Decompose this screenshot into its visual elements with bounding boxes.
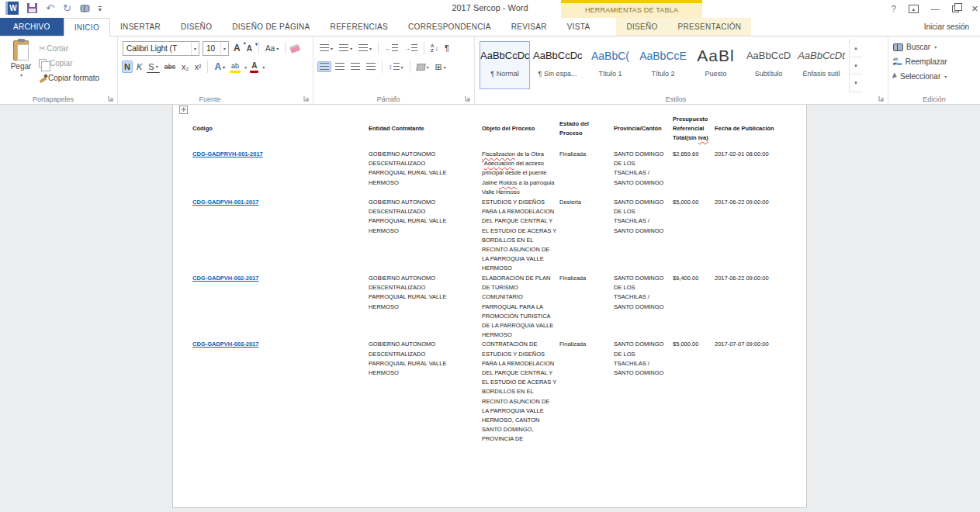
close-icon[interactable]: ✕ xyxy=(971,5,978,13)
table-header-cell: Fecha de Publicación xyxy=(715,124,797,133)
replace-button[interactable]: ab⇄ac Reemplazar xyxy=(893,55,977,67)
italic-button[interactable]: K xyxy=(135,61,144,72)
style-chip[interactable]: AaBbCcE Título 2 xyxy=(638,41,688,89)
align-right-button[interactable] xyxy=(349,62,362,71)
ribbon-display-options-icon[interactable]: ▴ xyxy=(909,5,919,13)
style-chip[interactable]: AaBbCcDc ¶ Normal xyxy=(480,41,530,89)
font-color-button[interactable]: A xyxy=(250,61,258,73)
increase-indent-button[interactable]: → xyxy=(403,43,419,53)
ribbon-tabs: ARCHIVO INICIO INSERTARDISEÑODISEÑO DE P… xyxy=(0,18,980,36)
save-icon[interactable] xyxy=(27,3,37,13)
ribbon-tab[interactable]: DISEÑO DE PÁGINA xyxy=(222,18,320,36)
styles-dialog-launcher-icon[interactable] xyxy=(878,95,885,102)
numbering-caret-icon[interactable]: ▾ xyxy=(350,46,352,51)
shrink-font-button[interactable]: A▾ xyxy=(245,43,254,54)
contextual-tab[interactable]: DISEÑO xyxy=(616,18,667,36)
word-logo-icon[interactable]: W xyxy=(5,2,19,15)
document-page[interactable]: ✛ CódigoEntidad ContratanteObjeto del Pr… xyxy=(172,105,807,508)
find-button[interactable]: Buscar ▾ xyxy=(893,40,977,53)
style-chip[interactable]: AaBbCcD Subtítulo xyxy=(743,41,794,89)
font-size-caret-icon[interactable]: ▾ xyxy=(220,42,228,55)
align-left-button[interactable] xyxy=(318,62,331,71)
ribbon-tab[interactable]: CORRESPONDENCIA xyxy=(398,18,501,36)
copy-button[interactable]: Copiar xyxy=(37,57,101,69)
cell-presupuesto: $2,659.69 xyxy=(673,150,715,159)
shading-caret-icon[interactable]: ▾ xyxy=(427,64,429,70)
text-effects-button[interactable]: A▾ xyxy=(213,61,227,73)
highlight-caret-icon[interactable]: ▾ xyxy=(244,64,247,70)
change-case-button[interactable]: Aa▾ xyxy=(264,43,280,54)
ribbon-tab[interactable]: REFERENCIAS xyxy=(320,18,398,36)
codigo-link[interactable]: CDG-GADPVH-001-2017 xyxy=(192,199,258,206)
ribbon-tab[interactable]: DISEÑO xyxy=(171,18,222,36)
sort-button[interactable]: AZ ↓ xyxy=(429,43,440,54)
clipboard-dialog-launcher-icon[interactable] xyxy=(108,95,115,102)
customize-qat-icon[interactable]: ▾ xyxy=(99,6,102,13)
cell-entidad: GOBIERNO AUTONOMO DESCENTRALIZADO PARROQ… xyxy=(369,150,482,188)
grow-font-button[interactable]: A▴ xyxy=(232,42,242,54)
codigo-link[interactable]: CDG-GADPVH-002-2017 xyxy=(192,275,258,282)
tab-inicio-active[interactable]: INICIO xyxy=(64,18,110,36)
line-spacing-button[interactable]: ↕▾ xyxy=(387,62,405,71)
ribbon-tab[interactable]: INSERTAR xyxy=(110,18,171,36)
borders-button[interactable]: ⊞▾ xyxy=(434,61,448,73)
font-dialog-launcher-icon[interactable] xyxy=(303,95,310,102)
find-icon[interactable] xyxy=(80,5,89,11)
superscript-button[interactable]: x² xyxy=(193,62,203,72)
redo-icon[interactable]: ↻ xyxy=(63,3,71,13)
bullets-button[interactable]: ▾ xyxy=(318,43,334,53)
find-caret-icon[interactable]: ▾ xyxy=(934,44,937,50)
styles-scroll-up-icon[interactable]: ▲ xyxy=(850,40,862,57)
paste-caret-icon[interactable]: ▾ xyxy=(20,72,23,78)
justify-button[interactable] xyxy=(365,62,377,71)
ribbon-tab[interactable]: VISTA xyxy=(557,18,601,36)
clear-formatting-icon[interactable] xyxy=(289,43,300,54)
cell-estado: Finalizada xyxy=(559,150,614,159)
codigo-link[interactable]: CDG-GADPRVH-001-2017 xyxy=(192,150,263,157)
strikethrough-button[interactable]: abc xyxy=(163,62,178,71)
styles-scroll-down-icon[interactable]: ▼ xyxy=(850,57,862,75)
font-family-select[interactable]: Calibri Light (T ▾ xyxy=(123,41,199,56)
decrease-indent-button[interactable]: ← xyxy=(383,43,400,53)
help-icon[interactable]: ? xyxy=(892,5,896,13)
style-chip[interactable]: AaBl Puesto xyxy=(691,41,741,89)
show-marks-button[interactable]: ¶ xyxy=(443,43,451,54)
sign-in-link[interactable]: Iniciar sesión xyxy=(924,18,980,36)
ribbon-tab[interactable]: REVISAR xyxy=(501,18,557,36)
tab-archivo[interactable]: ARCHIVO xyxy=(0,18,64,36)
line-spacing-caret-icon[interactable]: ▾ xyxy=(401,64,403,70)
minimize-icon[interactable]: — xyxy=(931,5,940,13)
font-color-caret-icon[interactable]: ▾ xyxy=(262,64,265,70)
style-chip[interactable]: AaBbCcDc ¶ Sin espa... xyxy=(532,41,583,89)
table-move-handle-icon[interactable]: ✛ xyxy=(179,106,188,114)
align-center-button[interactable] xyxy=(334,62,346,71)
borders-caret-icon[interactable]: ▾ xyxy=(444,64,446,70)
format-painter-button[interactable]: Copiar formato xyxy=(37,71,101,84)
restore-icon[interactable] xyxy=(952,5,959,12)
styles-more-icon[interactable]: ▼ xyxy=(850,74,862,92)
underline-caret-icon[interactable]: ▾ xyxy=(156,64,158,69)
undo-icon[interactable]: ↶ xyxy=(46,3,54,13)
highlight-button[interactable]: ab xyxy=(230,61,241,73)
text-effects-caret-icon[interactable]: ▾ xyxy=(223,64,225,70)
style-chip[interactable]: AaBbC( Título 1 xyxy=(585,41,635,89)
numbering-button[interactable]: ▾ xyxy=(338,43,354,53)
multilevel-caret-icon[interactable]: ▾ xyxy=(369,46,372,51)
bullets-caret-icon[interactable]: ▾ xyxy=(331,46,333,51)
font-size-select[interactable]: 10 ▾ xyxy=(203,41,229,56)
font-family-caret-icon[interactable]: ▾ xyxy=(191,42,199,55)
multilevel-list-button[interactable]: ▾ xyxy=(357,43,373,53)
shading-button[interactable]: ▾ xyxy=(415,63,431,71)
cut-button[interactable]: ✂ Cortar xyxy=(37,42,101,54)
select-button[interactable]: Seleccionar ▾ xyxy=(893,70,977,82)
contextual-tab[interactable]: PRESENTACIÓN xyxy=(668,18,752,36)
underline-button[interactable]: S▾ xyxy=(147,61,159,73)
bold-button[interactable]: N xyxy=(123,61,132,72)
paste-button[interactable]: Pegar ▾ xyxy=(5,40,37,92)
table-header-cell: Provincia/Cantón xyxy=(614,124,673,133)
subscript-button[interactable]: x₂ xyxy=(180,62,190,72)
codigo-link[interactable]: CDG-GADPVH-003-2017 xyxy=(192,341,258,348)
select-caret-icon[interactable]: ▾ xyxy=(944,74,947,79)
paragraph-dialog-launcher-icon[interactable] xyxy=(465,95,472,102)
style-chip[interactable]: AaBbCcDt Énfasis sutil xyxy=(796,41,847,89)
